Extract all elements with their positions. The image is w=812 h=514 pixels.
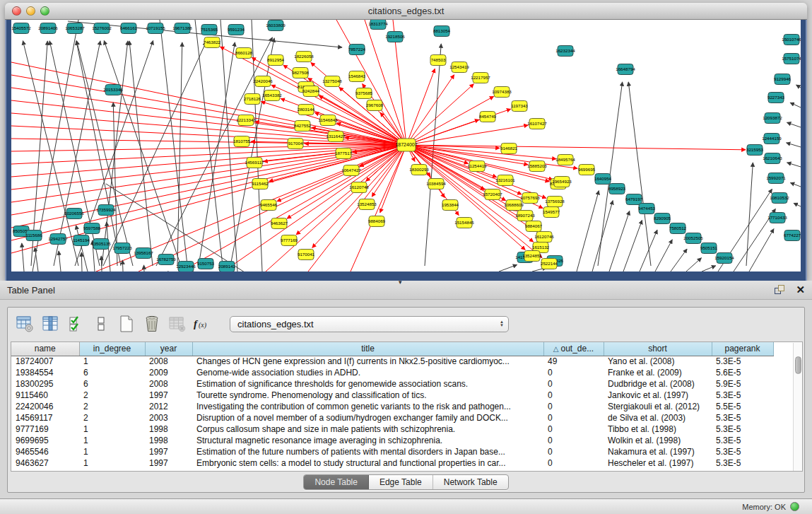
graph-node-yellow[interactable]: 16543382 bbox=[262, 90, 282, 101]
graph-node-yellow[interactable]: 18495764 bbox=[555, 155, 575, 165]
graph-node-yellow[interactable]: 10688609 bbox=[504, 200, 524, 211]
graph-node-yellow[interactable]: 9884069 bbox=[368, 216, 386, 227]
graph-node-yellow[interactable]: 2967608 bbox=[366, 100, 384, 111]
graph-node-teal[interactable]: 9150753 bbox=[197, 259, 215, 269]
graph-node-teal[interactable]: 20206556 bbox=[64, 209, 84, 219]
graph-node-teal[interactable]: 20052505 bbox=[683, 233, 703, 244]
graph-node-teal[interactable]: 15405572 bbox=[11, 23, 31, 34]
graph-node-yellow[interactable]: 18724007 bbox=[395, 139, 417, 151]
graph-node-yellow[interactable]: 9699695 bbox=[578, 165, 596, 175]
graph-node-yellow[interactable]: 16120748 bbox=[349, 182, 369, 193]
citation-network-canvas[interactable]: 1540557220891406106532871527600264661611… bbox=[11, 20, 801, 271]
graph-node-teal[interactable]: 16782759 bbox=[156, 255, 176, 265]
graph-node-teal[interactable]: 13958167 bbox=[134, 248, 153, 259]
graph-node-yellow[interactable]: 1810755 bbox=[233, 136, 251, 147]
graph-node-teal[interactable]: 19671388 bbox=[172, 23, 192, 34]
column-header-out_de[interactable]: △out_de... bbox=[543, 342, 604, 356]
graph-node-yellow[interactable]: 13756928 bbox=[545, 197, 565, 207]
graph-node-yellow[interactable]: 8427552 bbox=[294, 121, 312, 132]
tab-node-table[interactable]: Node Table bbox=[304, 475, 369, 489]
graph-node-teal[interactable]: 7857224 bbox=[348, 45, 366, 55]
graph-node-yellow[interactable]: 9170041 bbox=[298, 250, 315, 260]
graph-node-yellow[interactable]: 1953844 bbox=[442, 200, 459, 211]
graph-node-teal[interactable]: 6774227 bbox=[784, 230, 801, 241]
graph-node-teal[interactable]: 18313774 bbox=[368, 20, 388, 30]
graph-node-teal[interactable]: 13505135 bbox=[91, 239, 111, 250]
function-button[interactable]: f(x) bbox=[193, 314, 213, 334]
column-header-name[interactable]: name bbox=[11, 342, 79, 356]
splitter-collapse-icon[interactable]: ▾ bbox=[399, 279, 402, 286]
column-header-short[interactable]: short bbox=[604, 342, 712, 356]
graph-node-yellow[interactable]: 19654923 bbox=[552, 177, 572, 187]
graph-node-teal[interactable]: 17710433 bbox=[767, 213, 787, 223]
graph-node-teal[interactable]: 9591234 bbox=[228, 25, 245, 35]
graph-node-teal[interactable]: 16232344 bbox=[555, 46, 575, 57]
close-window-icon[interactable] bbox=[12, 6, 21, 16]
tab-edge-table[interactable]: Edge Table bbox=[369, 475, 433, 489]
graph-node-teal[interactable]: 12444159 bbox=[762, 134, 782, 144]
vertical-scrollbar[interactable] bbox=[793, 343, 802, 472]
graph-node-yellow[interactable]: 9463627 bbox=[271, 218, 288, 229]
column-header-in_degree[interactable]: in_degree bbox=[79, 342, 145, 356]
graph-node-teal[interactable]: 15992071 bbox=[766, 173, 786, 184]
table-row[interactable]: 2242004622012Investigating the contribut… bbox=[11, 401, 773, 412]
graph-node-yellow[interactable]: 13216101 bbox=[495, 175, 515, 186]
table-row[interactable]: 946554611997Estimation of the future num… bbox=[11, 446, 773, 457]
graph-node-teal[interactable]: 16210643 bbox=[763, 153, 782, 164]
graph-node-yellow[interactable]: 1549577 bbox=[543, 207, 560, 218]
graph-node-teal[interactable]: 3215953 bbox=[746, 145, 764, 156]
window-titlebar[interactable]: citations_edges.txt bbox=[5, 3, 807, 20]
scrollbar-thumb[interactable] bbox=[795, 356, 801, 374]
table-row[interactable]: 911546021997Tourette syndrome. Phenomeno… bbox=[11, 390, 773, 401]
graph-node-yellow[interactable]: 9242844 bbox=[302, 86, 320, 97]
graph-node-yellow[interactable]: 9115462 bbox=[252, 179, 269, 189]
graph-node-teal[interactable]: 8813054 bbox=[433, 26, 451, 37]
graph-node-teal[interactable]: 1115686 bbox=[25, 230, 42, 241]
graph-node-yellow[interactable]: 15720407 bbox=[483, 189, 502, 200]
graph-node-yellow[interactable]: 9146821 bbox=[500, 144, 518, 154]
float-window-icon[interactable] bbox=[775, 285, 786, 295]
table-row[interactable]: 1872400712008Changes of HCN gene express… bbox=[11, 356, 773, 367]
graph-node-yellow[interactable]: 11546843 bbox=[318, 115, 338, 126]
graph-node-teal[interactable]: 10810532 bbox=[770, 193, 789, 204]
graph-node-yellow[interactable]: 13275048 bbox=[322, 76, 342, 87]
zoom-window-icon[interactable] bbox=[40, 6, 49, 16]
graph-node-teal[interactable]: 12942757 bbox=[48, 234, 68, 245]
graph-node-yellow[interactable]: 15885203 bbox=[527, 161, 547, 172]
graph-node-yellow[interactable]: 917004 bbox=[288, 139, 303, 149]
graph-node-teal[interactable]: 10653287 bbox=[65, 23, 85, 34]
table-row[interactable]: 977716911998Corpus callosum shape and si… bbox=[11, 424, 773, 435]
minimize-window-icon[interactable] bbox=[26, 6, 35, 16]
graph-node-teal[interactable]: 17957223 bbox=[112, 243, 132, 254]
graph-node-yellow[interactable]: 1877517 bbox=[335, 148, 353, 159]
graph-node-yellow[interactable]: 16107427 bbox=[527, 119, 547, 129]
graph-node-teal[interactable]: 20891406 bbox=[38, 23, 58, 34]
graph-node-teal[interactable]: 9474453 bbox=[638, 204, 656, 214]
graph-node-yellow[interactable]: 7463822 bbox=[204, 37, 221, 48]
graph-node-yellow[interactable]: 9465546 bbox=[260, 200, 278, 211]
graph-node-teal[interactable]: 9597588 bbox=[83, 223, 101, 234]
graph-node-teal[interactable]: 1640954 bbox=[594, 174, 612, 185]
table-selector-dropdown[interactable]: citations_edges.txt▲▼ bbox=[230, 316, 509, 332]
delete-button[interactable] bbox=[142, 314, 162, 334]
table-row[interactable]: 1938455462009Genome-wide association stu… bbox=[11, 367, 773, 378]
column-header-pagerank[interactable]: pagerank bbox=[712, 342, 773, 356]
graph-node-teal[interactable]: 15920154 bbox=[714, 253, 734, 264]
graph-node-teal[interactable]: 8958923 bbox=[608, 184, 626, 194]
graph-node-teal[interactable]: 9227343 bbox=[767, 93, 785, 103]
graph-node-yellow[interactable]: 15154845 bbox=[454, 218, 474, 228]
graph-node-teal[interactable]: 9129946 bbox=[774, 74, 792, 85]
tab-network-table[interactable]: Network Table bbox=[433, 475, 508, 489]
graph-node-teal[interactable]: 7515365 bbox=[201, 25, 218, 35]
graph-node-teal[interactable]: 7580512 bbox=[669, 223, 687, 234]
table-row[interactable]: 1830029562008Estimation of significance … bbox=[11, 378, 773, 390]
graph-node-teal[interactable]: 6466161 bbox=[120, 23, 138, 34]
graph-node-yellow[interactable]: 1546843 bbox=[348, 71, 366, 82]
graph-node-yellow[interactable]: 9777169 bbox=[281, 235, 298, 246]
column-header-title[interactable]: title bbox=[192, 342, 543, 356]
close-icon[interactable]: ✕ bbox=[796, 285, 805, 295]
new-document-button[interactable] bbox=[117, 314, 136, 334]
graph-node-teal[interactable]: 19218506 bbox=[385, 32, 405, 42]
graph-node-yellow[interactable]: 10647427 bbox=[341, 165, 361, 176]
graph-node-teal[interactable]: 10719155 bbox=[146, 23, 165, 34]
